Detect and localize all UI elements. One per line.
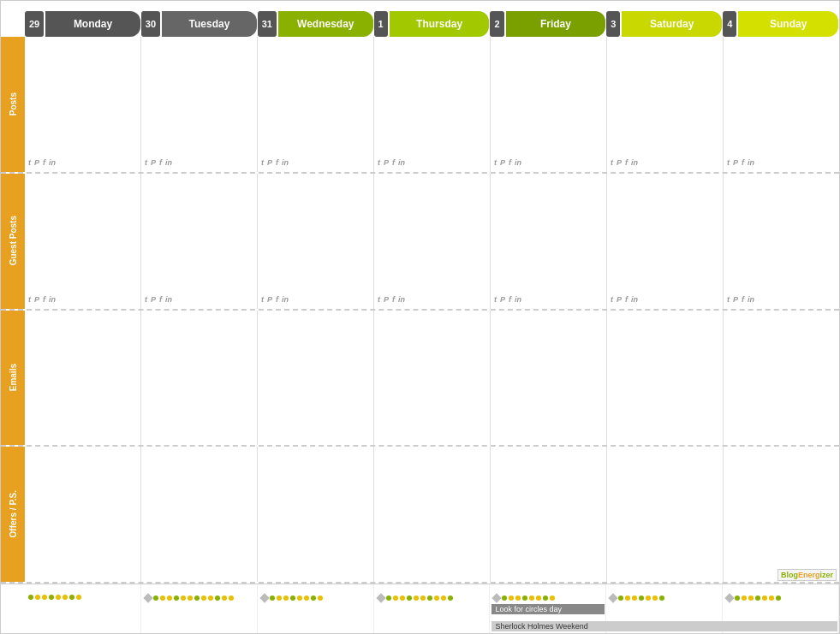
day-cell xyxy=(374,311,491,446)
social-icon[interactable]: t xyxy=(611,158,613,167)
social-icon[interactable]: f xyxy=(625,158,628,167)
social-icon[interactable]: f xyxy=(276,158,278,167)
social-icon[interactable]: in xyxy=(631,158,638,167)
dot-marker xyxy=(194,595,200,601)
social-icon[interactable]: P xyxy=(34,295,39,304)
dots-container xyxy=(610,588,664,601)
social-icon[interactable]: in xyxy=(515,158,521,167)
social-icon[interactable]: in xyxy=(282,158,289,167)
social-icons: tPfin xyxy=(724,157,839,169)
social-icon[interactable]: P xyxy=(617,158,622,167)
dot-marker xyxy=(304,595,309,601)
social-icon[interactable]: t xyxy=(494,158,497,167)
dot-marker xyxy=(776,595,781,601)
dot-marker xyxy=(652,595,658,601)
dots-container xyxy=(145,588,234,601)
social-icon[interactable]: f xyxy=(392,295,395,304)
dot-marker xyxy=(762,595,767,601)
day-cell: tPfin xyxy=(141,174,258,309)
diamond-marker xyxy=(143,593,152,602)
social-icon[interactable]: in xyxy=(748,295,754,304)
social-icon[interactable]: f xyxy=(742,295,744,304)
dot-marker xyxy=(543,595,548,601)
social-icon[interactable]: t xyxy=(494,295,497,304)
social-icon[interactable]: in xyxy=(515,295,521,304)
day-header-monday: 29Monday xyxy=(25,11,140,37)
social-icon[interactable]: P xyxy=(267,295,272,304)
social-icon[interactable]: in xyxy=(282,295,289,304)
social-icon[interactable]: f xyxy=(43,295,45,304)
social-icon[interactable]: t xyxy=(261,158,264,167)
day-header-wednesday: 31Wednesday xyxy=(258,11,373,37)
social-icon[interactable]: f xyxy=(742,158,744,167)
social-icon[interactable]: f xyxy=(159,158,162,167)
social-icons: tPfin xyxy=(724,293,839,305)
social-icon[interactable]: P xyxy=(733,158,738,167)
social-icon[interactable]: f xyxy=(43,158,45,167)
social-icon[interactable]: in xyxy=(165,158,172,167)
social-icon[interactable]: f xyxy=(392,158,395,167)
social-icon[interactable]: t xyxy=(145,158,147,167)
social-icon[interactable]: in xyxy=(631,295,638,304)
dot-marker xyxy=(400,595,405,601)
diamond-marker xyxy=(609,593,618,602)
section-label-text: Guest Posts xyxy=(9,216,18,265)
social-icon[interactable]: P xyxy=(500,158,505,167)
social-icon[interactable]: t xyxy=(28,158,31,167)
day-cell: tPfin xyxy=(607,174,724,309)
social-icon[interactable]: P xyxy=(617,295,622,304)
social-icon[interactable]: in xyxy=(49,295,56,304)
dot-marker xyxy=(63,595,68,600)
social-icon[interactable]: f xyxy=(625,295,628,304)
dot-marker xyxy=(515,595,521,601)
day-num: 1 xyxy=(374,11,388,37)
social-icon[interactable]: P xyxy=(384,295,389,304)
social-icon[interactable]: t xyxy=(28,295,31,304)
dot-marker xyxy=(441,595,446,601)
dot-marker xyxy=(550,595,555,601)
dots-container xyxy=(28,588,81,600)
social-icon[interactable]: t xyxy=(727,295,730,304)
social-icon[interactable]: f xyxy=(276,295,278,304)
social-icon[interactable]: P xyxy=(733,295,738,304)
day-headers-row: 29Monday30Tuesday31Wednesday1Thursday2Fr… xyxy=(1,11,839,37)
day-cell xyxy=(724,447,839,582)
day-name: Sunday xyxy=(738,11,838,37)
social-icon[interactable]: in xyxy=(398,158,405,167)
social-icon[interactable]: P xyxy=(151,158,156,167)
dot-marker xyxy=(536,595,541,601)
social-icon[interactable]: f xyxy=(159,295,162,304)
day-cell xyxy=(374,447,491,582)
dot-marker xyxy=(283,595,289,601)
social-icon[interactable]: P xyxy=(151,295,156,304)
day-cell: tPfin xyxy=(374,174,491,309)
social-icons: tPfin xyxy=(607,157,723,169)
bottom-cells: Look for circles daySherlock Holmes Week… xyxy=(25,584,839,633)
social-icon[interactable]: P xyxy=(267,158,272,167)
social-icon[interactable]: t xyxy=(378,158,380,167)
social-icon[interactable]: t xyxy=(378,295,380,304)
day-cell: tPfin xyxy=(25,37,141,172)
dot-marker xyxy=(215,595,220,601)
social-icon[interactable]: t xyxy=(727,158,730,167)
social-icon[interactable]: P xyxy=(500,295,505,304)
section-label-text: Emails xyxy=(9,364,18,391)
social-icon[interactable]: f xyxy=(509,158,511,167)
dot-marker xyxy=(769,595,774,601)
dot-marker xyxy=(448,595,453,601)
social-icon[interactable]: in xyxy=(398,295,405,304)
social-icon[interactable]: P xyxy=(384,158,389,167)
day-cell xyxy=(724,311,839,446)
bottom-row: Look for circles daySherlock Holmes Week… xyxy=(1,584,839,633)
social-icon[interactable]: f xyxy=(509,295,511,304)
social-icon[interactable]: t xyxy=(261,295,264,304)
social-icon[interactable]: t xyxy=(145,295,147,304)
social-icon[interactable]: t xyxy=(611,295,613,304)
day-cell xyxy=(25,311,141,446)
social-icon[interactable]: in xyxy=(165,295,172,304)
day-header-tuesday: 30Tuesday xyxy=(141,11,257,37)
social-icon[interactable]: P xyxy=(34,158,39,167)
social-icon[interactable]: in xyxy=(49,158,56,167)
social-icon[interactable]: in xyxy=(748,158,754,167)
diamond-marker xyxy=(724,593,734,602)
